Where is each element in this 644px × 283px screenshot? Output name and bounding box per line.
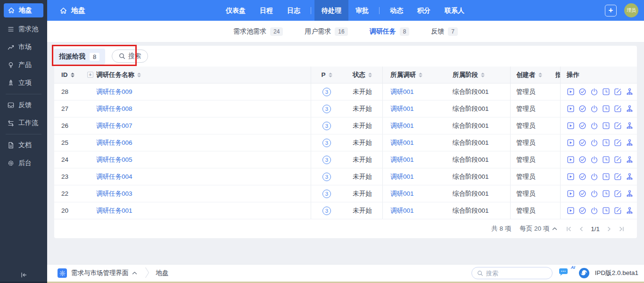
sitemap-action-icon[interactable] — [626, 105, 634, 113]
sidebar-item-0[interactable]: 地盘 — [4, 3, 43, 17]
sidebar-item-1[interactable]: 需求池 — [0, 20, 47, 38]
research-link[interactable]: 调研001 — [390, 139, 414, 147]
edit-action-icon[interactable] — [614, 156, 622, 164]
edit-action-icon[interactable] — [614, 122, 622, 130]
task-name-link[interactable]: 调研任务004 — [96, 173, 132, 181]
power-action-icon[interactable] — [590, 105, 598, 113]
ai-assistant-button[interactable]: AI — [558, 268, 569, 278]
tab-item-2[interactable]: 调研任务8 — [370, 27, 410, 36]
research-link[interactable]: 调研001 — [390, 173, 414, 181]
start-action-icon[interactable] — [567, 173, 575, 181]
task-name-link[interactable]: 调研任务007 — [96, 122, 132, 130]
search-button[interactable]: 搜索 — [112, 50, 148, 63]
sitemap-action-icon[interactable] — [626, 190, 634, 198]
tab-item-3[interactable]: 反馈7 — [431, 27, 458, 36]
top-nav-item-1[interactable]: 日程 — [253, 0, 280, 21]
first-page-button[interactable] — [566, 226, 572, 232]
research-link[interactable]: 调研001 — [390, 122, 414, 130]
finish-action-icon[interactable] — [578, 139, 586, 147]
sidebar-item-8[interactable]: 后台 — [0, 154, 47, 172]
research-link[interactable]: 调研001 — [390, 105, 414, 113]
avatar[interactable]: 理员 — [624, 3, 638, 17]
top-nav-item-6[interactable]: 积分 — [410, 0, 438, 21]
task-name-link[interactable]: 调研任务005 — [96, 156, 132, 164]
power-action-icon[interactable] — [590, 122, 598, 130]
edit-action-icon[interactable] — [614, 105, 622, 113]
top-nav-item-0[interactable]: 仪表盘 — [219, 0, 253, 21]
per-page-selector[interactable]: 每页 20 项 — [520, 225, 557, 233]
sidebar-item-6[interactable]: 工作流 — [0, 114, 47, 132]
filter-tab-assigned-to-me[interactable]: 指派给我 8 — [54, 49, 105, 65]
task-name-link[interactable]: 调研任务009 — [96, 88, 132, 96]
finish-action-icon[interactable] — [578, 122, 586, 130]
add-column-icon[interactable]: + — [87, 72, 93, 78]
log-action-icon[interactable] — [602, 122, 610, 130]
edit-action-icon[interactable] — [614, 88, 622, 96]
sitemap-action-icon[interactable] — [626, 139, 634, 147]
log-action-icon[interactable] — [602, 173, 610, 181]
sitemap-action-icon[interactable] — [626, 88, 634, 96]
power-action-icon[interactable] — [590, 88, 598, 96]
edit-action-icon[interactable] — [614, 173, 622, 181]
finish-action-icon[interactable] — [578, 207, 586, 215]
sitemap-action-icon[interactable] — [626, 207, 634, 215]
sitemap-action-icon[interactable] — [626, 156, 634, 164]
top-nav-item-7[interactable]: 联系人 — [438, 0, 471, 21]
power-action-icon[interactable] — [590, 173, 598, 181]
breadcrumb[interactable]: 地盘 — [156, 269, 169, 277]
log-action-icon[interactable] — [602, 88, 610, 96]
power-action-icon[interactable] — [590, 207, 598, 215]
sitemap-action-icon[interactable] — [626, 122, 634, 130]
tab-item-0[interactable]: 需求池需求24 — [233, 27, 283, 36]
start-action-icon[interactable] — [567, 105, 575, 113]
start-action-icon[interactable] — [567, 139, 575, 147]
sidebar-collapse-button[interactable] — [0, 271, 47, 279]
sidebar-item-3[interactable]: 产品 — [0, 56, 47, 74]
column-header-stage[interactable]: 所属阶段 — [446, 67, 511, 83]
log-action-icon[interactable] — [602, 156, 610, 164]
last-page-button[interactable] — [619, 226, 625, 232]
finish-action-icon[interactable] — [578, 88, 586, 96]
task-name-link[interactable]: 调研任务001 — [96, 207, 132, 215]
edit-action-icon[interactable] — [614, 139, 622, 147]
footer-search-input[interactable] — [486, 270, 543, 277]
edit-action-icon[interactable] — [614, 207, 622, 215]
tab-item-1[interactable]: 用户需求16 — [305, 27, 347, 36]
start-action-icon[interactable] — [567, 122, 575, 130]
sidebar-item-2[interactable]: 市场 — [0, 38, 47, 56]
column-header-creator[interactable]: 创建者 — [511, 67, 555, 83]
column-header-status[interactable]: 状态 — [342, 67, 383, 83]
research-link[interactable]: 调研001 — [390, 156, 414, 164]
column-header-p[interactable]: P — [311, 67, 342, 83]
app-switcher[interactable]: 需求与市场管理界面 — [58, 268, 137, 278]
start-action-icon[interactable] — [567, 88, 575, 96]
task-name-link[interactable]: 调研任务008 — [96, 105, 132, 113]
sitemap-action-icon[interactable] — [626, 173, 634, 181]
log-action-icon[interactable] — [602, 190, 610, 198]
column-header-id[interactable]: ID — [54, 67, 87, 83]
research-link[interactable]: 调研001 — [390, 190, 414, 198]
log-action-icon[interactable] — [602, 139, 610, 147]
finish-action-icon[interactable] — [578, 105, 586, 113]
edit-action-icon[interactable] — [614, 190, 622, 198]
column-header-name[interactable]: +调研任务名称 — [87, 67, 311, 83]
task-name-link[interactable]: 调研任务006 — [96, 139, 132, 147]
log-action-icon[interactable] — [602, 207, 610, 215]
finish-action-icon[interactable] — [578, 156, 586, 164]
sidebar-item-7[interactable]: 文档 — [0, 136, 47, 154]
top-nav-item-2[interactable]: 日志 — [280, 0, 307, 21]
top-nav-item-5[interactable]: 动态 — [383, 0, 410, 21]
start-action-icon[interactable] — [567, 190, 575, 198]
next-page-button[interactable] — [607, 226, 611, 232]
finish-action-icon[interactable] — [578, 190, 586, 198]
top-nav-item-4[interactable]: 审批 — [348, 0, 376, 21]
add-button[interactable]: + — [605, 5, 617, 17]
log-action-icon[interactable] — [602, 105, 610, 113]
power-action-icon[interactable] — [590, 156, 598, 164]
research-link[interactable]: 调研001 — [390, 88, 414, 96]
power-action-icon[interactable] — [590, 139, 598, 147]
sidebar-item-5[interactable]: 反馈 — [0, 96, 47, 114]
research-link[interactable]: 调研001 — [390, 207, 414, 215]
power-action-icon[interactable] — [590, 190, 598, 198]
task-name-link[interactable]: 调研任务003 — [96, 190, 132, 198]
